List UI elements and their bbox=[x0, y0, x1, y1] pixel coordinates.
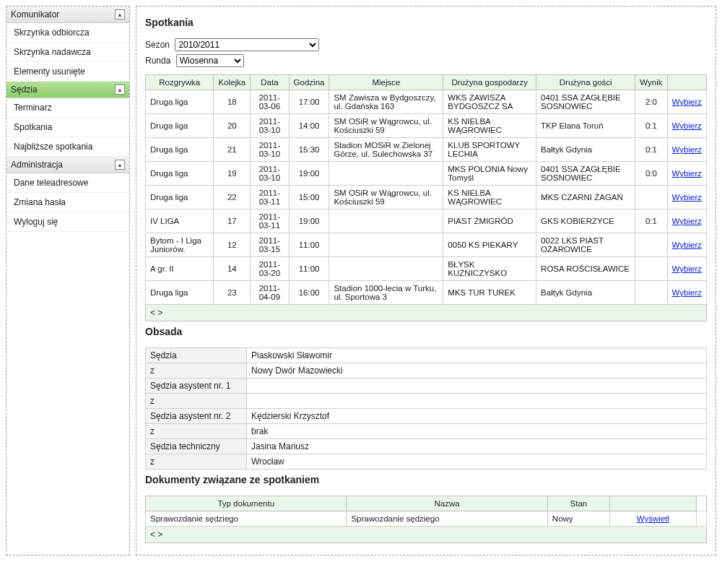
sidebar-section-title: Sędzia bbox=[11, 85, 38, 95]
table-cell: 14 bbox=[214, 257, 251, 281]
table-cell: 2:0 bbox=[635, 90, 667, 114]
table-cell: 2011-03-10 bbox=[251, 162, 289, 186]
table-header bbox=[667, 75, 706, 90]
kv-key: z bbox=[146, 454, 247, 470]
table-cell: 17 bbox=[214, 209, 251, 233]
table-cell: Sprawozdanie sędziego bbox=[347, 511, 547, 527]
wybierz-link[interactable]: Wybierz bbox=[672, 98, 702, 106]
table-cell: Druga liga bbox=[146, 138, 214, 162]
kv-value bbox=[247, 379, 707, 394]
table-row: zbrak bbox=[146, 424, 707, 439]
table-cell: 0022 LKS PIAST OŻAROWICE bbox=[536, 233, 635, 257]
table-cell: 11:00 bbox=[289, 233, 329, 257]
table-cell: Stadion MOSiR w Zielonej Górze, ul. Sule… bbox=[329, 138, 443, 162]
table-header: Data bbox=[251, 75, 289, 90]
table-row: Druga liga212011-03-1015:30Stadion MOSiR… bbox=[146, 138, 707, 162]
wybierz-link[interactable]: Wybierz bbox=[672, 217, 702, 225]
table-header: Kolejka bbox=[214, 75, 251, 90]
kv-key: Sędzia asystent nr. 2 bbox=[146, 409, 247, 424]
dokumenty-pager[interactable]: < > bbox=[145, 527, 707, 543]
table-cell: MKS POLONIA Nowy Tomyśl bbox=[443, 162, 536, 186]
table-cell: 0:1 bbox=[635, 114, 667, 138]
wybierz-link[interactable]: Wybierz bbox=[672, 288, 702, 297]
chevron-up-icon[interactable]: ▲ bbox=[115, 160, 125, 170]
table-row: Druga liga182011-03-0617:00SM Zawisza w … bbox=[146, 90, 707, 114]
table-header: Stan bbox=[547, 496, 609, 511]
table-row: Bytom - I Liga Juniorów.122011-03-1511:0… bbox=[146, 233, 707, 257]
sidebar-item[interactable]: Skrzynka nadawcza bbox=[6, 43, 129, 62]
table-row: Sędzia asystent nr. 1 bbox=[146, 379, 707, 394]
table-cell: MKS TUR TUREK bbox=[443, 281, 536, 305]
chevron-up-icon[interactable]: ▲ bbox=[115, 85, 125, 95]
table-row: Druga liga202011-03-1014:00SM OSiR w Wąg… bbox=[146, 114, 707, 138]
table-cell: 19 bbox=[214, 162, 251, 186]
sidebar-item[interactable]: Skrzynka odbiorcza bbox=[6, 23, 129, 43]
table-cell bbox=[329, 257, 443, 281]
wyswietl-link[interactable]: Wyświetl bbox=[637, 514, 669, 523]
table-cell bbox=[329, 233, 443, 257]
sidebar-section-header[interactable]: Administracja▲ bbox=[6, 157, 129, 173]
table-cell: 2011-03-15 bbox=[251, 233, 289, 257]
table-header: Drużyna gości bbox=[536, 75, 635, 90]
sidebar-section-header[interactable]: Sędzia▲ bbox=[6, 82, 129, 98]
table-row: zNowy Dwór Mazowiecki bbox=[146, 363, 707, 379]
table-cell bbox=[635, 257, 667, 281]
spotkania-pager[interactable]: < > bbox=[145, 305, 707, 321]
wybierz-link[interactable]: Wybierz bbox=[672, 169, 702, 178]
table-cell: 2011-04-09 bbox=[251, 281, 289, 305]
sidebar-section-header[interactable]: Komunikator▲ bbox=[6, 7, 129, 23]
table-cell: 19:00 bbox=[289, 209, 329, 233]
table-header: Typ dokumentu bbox=[146, 496, 347, 511]
kv-value: Kędzierski Krzysztof bbox=[247, 409, 707, 424]
table-row: z bbox=[146, 394, 707, 409]
table-cell bbox=[329, 162, 443, 186]
wybierz-link[interactable]: Wybierz bbox=[672, 145, 702, 154]
sidebar-item[interactable]: Dane teleadresowe bbox=[6, 173, 129, 193]
sidebar-item[interactable]: Wyloguj się bbox=[6, 212, 129, 232]
table-cell: 2011-03-11 bbox=[251, 209, 289, 233]
table-cell: 14:00 bbox=[289, 114, 329, 138]
sidebar-item[interactable]: Terminarz bbox=[6, 98, 129, 118]
table-row: Druga liga232011-04-0916:00Stadion 1000-… bbox=[146, 281, 707, 305]
kv-key: z bbox=[146, 363, 247, 379]
table-header: Rozgrywka bbox=[146, 75, 214, 90]
table-cell: 16:00 bbox=[289, 281, 329, 305]
table-cell: 22 bbox=[214, 186, 251, 209]
table-row: Druga liga192011-03-1019:00MKS POLONIA N… bbox=[146, 162, 707, 186]
dokumenty-table: Typ dokumentuNazwaStan Sprawozdanie sędz… bbox=[145, 496, 707, 527]
table-row: Sprawozdanie sędziegoSprawozdanie sędzie… bbox=[146, 511, 707, 527]
table-cell: 0:0 bbox=[635, 162, 667, 186]
spotkania-heading: Spotkania bbox=[145, 17, 707, 28]
sezon-select[interactable]: 2010/2011 bbox=[175, 38, 319, 51]
table-cell: GKS KOBIERZYCE bbox=[536, 209, 635, 233]
kv-key: Sędzia techniczny bbox=[146, 439, 247, 454]
table-header: Drużyna gospodarzy bbox=[443, 75, 536, 90]
chevron-up-icon[interactable]: ▲ bbox=[115, 9, 125, 20]
wybierz-link[interactable]: Wybierz bbox=[672, 121, 702, 130]
table-cell: IV LIGA bbox=[146, 209, 214, 233]
table-cell bbox=[635, 233, 667, 257]
sidebar-item[interactable]: Zmiana hasła bbox=[6, 193, 129, 212]
spotkania-table: RozgrywkaKolejkaDataGodzinaMiejsceDrużyn… bbox=[145, 74, 707, 305]
sidebar-item[interactable]: Spotkania bbox=[6, 118, 129, 137]
table-header bbox=[609, 496, 696, 511]
table-cell: 20 bbox=[214, 114, 251, 138]
table-header: Wynik bbox=[635, 75, 667, 90]
table-header: Nazwa bbox=[347, 496, 547, 511]
table-cell: 18 bbox=[214, 90, 251, 114]
table-cell: SM OSiR w Wągrowcu, ul. Kościuszki 59 bbox=[329, 186, 443, 209]
sidebar-item[interactable]: Elementy usunięte bbox=[6, 62, 129, 82]
wybierz-link[interactable]: Wybierz bbox=[672, 193, 702, 202]
sidebar-item[interactable]: Najbliższe spotkania bbox=[6, 137, 129, 157]
wybierz-link[interactable]: Wybierz bbox=[672, 264, 702, 273]
runda-select[interactable]: Wiosenna bbox=[176, 54, 244, 67]
kv-value: brak bbox=[247, 424, 707, 439]
table-cell: Druga liga bbox=[146, 114, 214, 138]
wybierz-link[interactable]: Wybierz bbox=[672, 241, 702, 249]
dokumenty-heading: Dokumenty związane ze spotkaniem bbox=[145, 474, 707, 485]
table-cell: Druga liga bbox=[146, 281, 214, 305]
table-cell: 0050 KS PIEKARY bbox=[443, 233, 536, 257]
table-cell: 15:30 bbox=[289, 138, 329, 162]
table-cell: WKS ZAWISZA BYDGOSZCZ SA bbox=[443, 90, 536, 114]
table-cell: A gr. II bbox=[146, 257, 214, 281]
